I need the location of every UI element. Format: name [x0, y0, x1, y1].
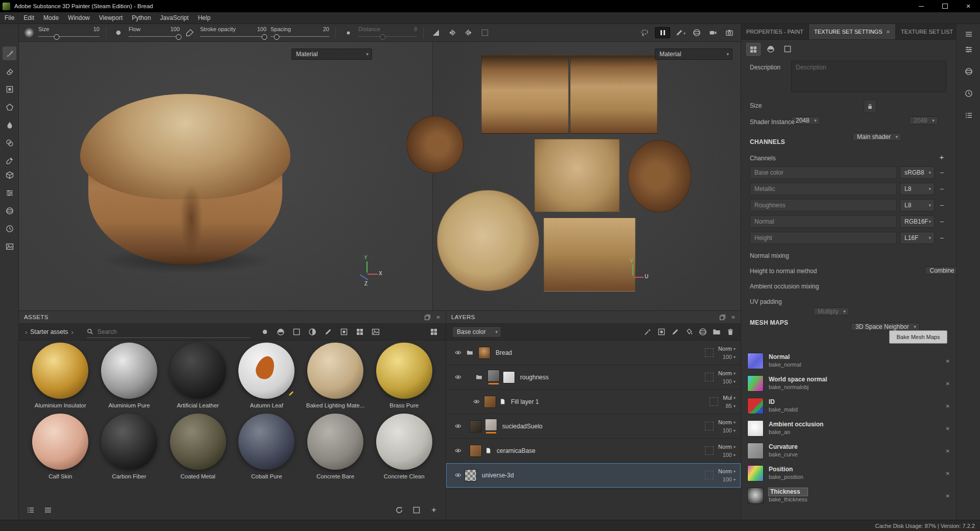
size-slider[interactable]: Size10: [38, 26, 100, 39]
shader-instance-dropdown[interactable]: Main shader: [852, 133, 901, 141]
mesh-map-row-position[interactable]: Positionbake_position: [747, 463, 950, 484]
layer-effects-slot[interactable]: [709, 397, 718, 406]
spacing-slider[interactable]: Spacing20: [271, 26, 329, 39]
clear-mesh-map-icon[interactable]: [946, 470, 950, 477]
add-smart-mask-icon[interactable]: [644, 328, 652, 336]
layer-opacity-dropdown[interactable]: 85: [726, 402, 736, 410]
settings-mode-geometry-icon[interactable]: [781, 43, 794, 55]
material-sphere-icon[interactable]: [691, 27, 703, 39]
resources-icon[interactable]: [3, 168, 16, 182]
remove-channel-button[interactable]: [938, 201, 946, 209]
clear-mesh-map-icon[interactable]: [946, 402, 950, 409]
close-button[interactable]: [957, 0, 980, 12]
remove-channel-button[interactable]: [938, 218, 946, 226]
settings-mode-material-icon[interactable]: [764, 43, 777, 55]
asset-list-view-icon[interactable]: [25, 504, 36, 516]
smudge-tool[interactable]: [3, 118, 16, 132]
brush-alpha-icon[interactable]: [112, 27, 125, 39]
filter-smart-materials-icon[interactable]: [275, 326, 286, 337]
layer-effects-slot[interactable]: [705, 348, 714, 357]
flow-slider[interactable]: Flow100: [129, 26, 180, 39]
layer-opacity-dropdown[interactable]: 100: [723, 426, 736, 435]
material-item[interactable]: Carbon Fiber: [95, 414, 164, 479]
layer-row-roughness[interactable]: roughness Norm 100: [446, 365, 741, 390]
channel-format-dropdown[interactable]: L8: [900, 199, 935, 211]
material-item[interactable]: Calf Skin: [26, 414, 95, 479]
material-item[interactable]: Aluminium Pure: [95, 343, 164, 408]
asset-detail-view-icon[interactable]: [42, 504, 54, 516]
filter-brushes-icon[interactable]: [323, 326, 334, 337]
layer-opacity-dropdown[interactable]: 100: [723, 451, 736, 459]
blend-mode-dropdown[interactable]: Norm: [718, 418, 736, 426]
material-item[interactable]: Concrete Bare: [301, 414, 370, 479]
brush-tip-preview[interactable]: [24, 28, 34, 38]
mesh-map-row-ambient-occlusion[interactable]: Ambient occlusionbake_ao: [747, 418, 950, 439]
remove-channel-button[interactable]: [938, 234, 946, 242]
remove-channel-button[interactable]: [938, 168, 946, 177]
material-item[interactable]: Coated Metal: [163, 414, 232, 479]
symmetry-icon[interactable]: [446, 27, 458, 39]
delete-layer-icon[interactable]: [726, 328, 734, 336]
channel-format-dropdown[interactable]: sRGB8: [900, 166, 935, 179]
material-item[interactable]: Baked Lighting Mate...: [301, 343, 370, 408]
stylus-pressure-icon[interactable]: [674, 27, 687, 39]
maximize-button[interactable]: [933, 0, 957, 12]
size-lock-icon[interactable]: [864, 100, 876, 113]
mesh-map-row-id[interactable]: IDbake_matid: [747, 396, 950, 416]
blend-mode-dropdown[interactable]: Norm: [718, 345, 736, 353]
size-track[interactable]: [38, 34, 100, 39]
clear-mesh-map-icon[interactable]: [946, 380, 950, 387]
layer-effects-slot[interactable]: [705, 373, 714, 381]
menu-viewport[interactable]: Viewport: [94, 12, 127, 24]
channel-format-dropdown[interactable]: L16F: [900, 232, 935, 244]
flow-track[interactable]: [129, 34, 180, 39]
layer-visibility-eye-icon[interactable]: [472, 398, 481, 405]
layer-row-fill-layer-1[interactable]: Fill layer 1 Mul 85: [446, 390, 741, 414]
minimize-button[interactable]: [910, 0, 933, 12]
lasso-select-icon[interactable]: [639, 27, 651, 39]
dock-shader-settings-icon[interactable]: [962, 64, 975, 78]
menu-window[interactable]: Window: [63, 12, 94, 24]
display-settings-icon[interactable]: [3, 186, 16, 200]
material-item[interactable]: Cobalt Pure: [232, 414, 301, 479]
uv-padding-dropdown[interactable]: 3D Space Neighbor: [851, 323, 920, 331]
viewport-2d[interactable]: Material V U: [432, 42, 741, 310]
layer-row-universe-3d[interactable]: universe-3d Norm 100: [446, 463, 741, 488]
viewport3d-display-mode-dropdown[interactable]: Material: [291, 49, 372, 60]
mesh-map-row-curvature[interactable]: Curvaturebake_curve: [747, 441, 950, 461]
asset-search-field[interactable]: [87, 326, 250, 338]
add-paint-layer-icon[interactable]: [657, 328, 666, 336]
stroke-opacity-slider[interactable]: Stroke opacity100: [200, 26, 266, 39]
add-group-folder-icon[interactable]: [713, 328, 721, 336]
falloff-curve-icon[interactable]: [430, 27, 442, 39]
material-item[interactable]: Artificial Leather: [163, 343, 232, 408]
refresh-assets-icon[interactable]: [394, 504, 405, 516]
add-channel-button[interactable]: [938, 153, 946, 161]
blend-mode-dropdown[interactable]: Mul: [723, 394, 736, 402]
bread-model[interactable]: [80, 94, 290, 266]
description-input[interactable]: [791, 61, 946, 92]
add-fill-layer-icon[interactable]: [685, 328, 693, 336]
assets-breadcrumb[interactable]: Starter assets: [25, 328, 74, 336]
filter-materials-icon[interactable]: [259, 326, 271, 337]
filter-textures-icon[interactable]: [354, 326, 365, 337]
layer-row-suciedadsuelo[interactable]: suciedadSuelo Norm 100: [446, 414, 741, 439]
menu-edit[interactable]: Edit: [19, 12, 39, 24]
layer-visibility-eye-icon[interactable]: [453, 472, 462, 478]
viewport-3d[interactable]: Material Y X Z: [19, 42, 432, 310]
channel-format-dropdown[interactable]: RGB16F: [900, 215, 935, 228]
snapshot-camera-icon[interactable]: [723, 27, 736, 39]
history-icon[interactable]: [3, 222, 16, 235]
camera-view-icon[interactable]: [707, 27, 719, 39]
frame-selection-icon[interactable]: [411, 504, 422, 516]
paint-tool[interactable]: [3, 46, 16, 60]
material-item[interactable]: Brass Pure: [370, 343, 438, 408]
filter-alphas-icon[interactable]: [338, 326, 350, 337]
filter-smart-masks-icon[interactable]: [291, 326, 302, 337]
pause-engine-button[interactable]: [655, 27, 670, 38]
layers-close-icon[interactable]: [731, 314, 736, 320]
layer-visibility-eye-icon[interactable]: [453, 349, 462, 356]
blend-mode-dropdown[interactable]: Norm: [718, 443, 736, 451]
clear-mesh-map-icon[interactable]: [946, 357, 950, 365]
search-input[interactable]: [96, 328, 250, 336]
